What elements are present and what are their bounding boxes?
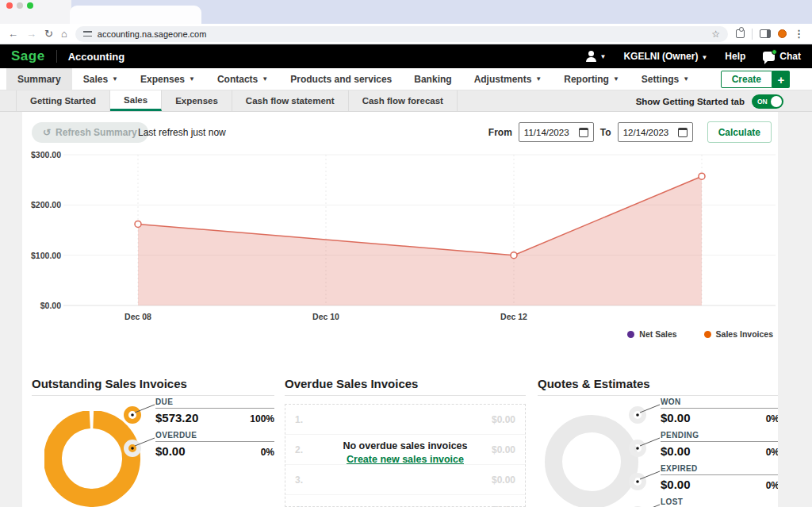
bookmark-star-icon[interactable]: ☆: [711, 29, 720, 40]
getting-started-toggle-label: Show Getting Started tab: [636, 97, 745, 106]
tab-cash-flow-statement[interactable]: Cash flow statement: [232, 90, 349, 111]
data-point-marker: [699, 173, 705, 179]
panel-divider: [32, 395, 274, 396]
ghost-invoice-row: 4.$0.00: [285, 495, 525, 507]
menu-kebab-icon[interactable]: ⋮: [794, 28, 804, 40]
tab-sales[interactable]: Sales: [110, 90, 162, 111]
create-sales-invoice-link[interactable]: Create new sales invoice: [347, 454, 464, 465]
browser-tab[interactable]: [70, 6, 201, 24]
url-text[interactable]: accounting.na.sageone.com: [98, 29, 706, 39]
won-amount: $0.00: [661, 411, 691, 424]
business-menu[interactable]: ▼: [586, 51, 606, 62]
create-plus-button[interactable]: +: [772, 71, 790, 88]
donut-ring: [553, 424, 630, 500]
online-badge: [772, 49, 777, 55]
legend-item-lost: LOST $0.00 0%: [661, 497, 778, 507]
due-percent: 100%: [250, 413, 274, 424]
tab-cash-flow-forecast[interactable]: Cash flow forecast: [349, 90, 458, 111]
minimize-window-icon[interactable]: [17, 2, 23, 9]
create-button[interactable]: Create: [721, 71, 772, 88]
y-tick-label: $200.00: [31, 200, 61, 209]
nav-banking[interactable]: Banking: [403, 68, 462, 90]
nav-adjustments[interactable]: Adjustments▼: [463, 68, 553, 90]
help-link[interactable]: Help: [725, 51, 745, 62]
data-point-marker: [511, 252, 517, 259]
overdue-percent: 0%: [261, 447, 274, 458]
address-bar[interactable]: accounting.na.sageone.com ☆: [75, 26, 728, 42]
toolbar-divider: [752, 29, 753, 40]
forward-icon[interactable]: →: [26, 29, 36, 39]
legend-dot-icon: [627, 331, 634, 338]
chat-button[interactable]: Chat: [763, 51, 801, 62]
legend-item-pending: PENDING $0.00 0%: [661, 431, 778, 458]
outstanding-donut-chart: [44, 411, 141, 507]
maximize-window-icon[interactable]: [27, 2, 33, 9]
nav-summary[interactable]: Summary: [6, 68, 72, 90]
nav-contacts[interactable]: Contacts▼: [206, 68, 279, 90]
chevron-down-icon: ▼: [262, 75, 268, 83]
back-icon[interactable]: ←: [8, 29, 18, 39]
legend-dot-icon: [704, 331, 711, 338]
legend-item: Sales Invoices: [704, 329, 773, 339]
tab-getting-started[interactable]: Getting Started: [16, 90, 110, 111]
extension-profile-icon[interactable]: [778, 29, 787, 38]
nav-settings[interactable]: Settings▼: [630, 68, 700, 90]
legend-item-expired: EXPIRED $0.00 0%: [661, 464, 778, 491]
x-tick-label: Dec 08: [124, 312, 151, 321]
chevron-down-icon: ▼: [599, 53, 606, 60]
y-tick-label: $100.00: [31, 251, 61, 260]
reload-icon[interactable]: ↻: [44, 29, 53, 39]
tab-expenses[interactable]: Expenses: [162, 90, 232, 111]
browser-titlebar: [0, 0, 812, 24]
no-overdue-text: No overdue sales invoices: [285, 440, 525, 451]
pending-amount: $0.00: [661, 444, 691, 458]
due-amount: $573.20: [155, 411, 198, 424]
ghost-invoice-row: 3.$0.00: [285, 465, 525, 495]
product-name: Accounting: [68, 51, 125, 63]
chart-legend: Net SalesSales Invoices: [627, 329, 773, 339]
home-icon[interactable]: ⌂: [61, 29, 67, 39]
expired-percent: 0%: [766, 480, 778, 491]
won-percent: 0%: [766, 413, 778, 424]
x-tick-label: Dec 10: [312, 312, 339, 321]
expired-amount: $0.00: [661, 478, 691, 491]
legend-item: Net Sales: [627, 329, 676, 339]
sales-area: [138, 176, 702, 305]
app-header: Sage Accounting ▼ KGELNI (Owner)▼ Help C…: [0, 44, 812, 68]
nav-reporting[interactable]: Reporting▼: [553, 68, 630, 90]
y-tick-label: $300.00: [31, 150, 61, 159]
pending-percent: 0%: [766, 447, 778, 458]
chevron-down-icon: ▼: [189, 75, 195, 83]
user-menu[interactable]: KGELNI (Owner)▼: [623, 51, 707, 62]
quotes-donut-chart: [545, 415, 638, 507]
nav-expenses[interactable]: Expenses▼: [129, 68, 206, 90]
x-tick-label: Dec 12: [500, 312, 527, 321]
y-tick-label: $0.00: [40, 301, 61, 310]
getting-started-toggle[interactable]: ON: [752, 94, 783, 109]
toggle-knob: [771, 96, 782, 107]
overdue-empty-list: 1.$0.00 2.$0.00 3.$0.00 4.$0.00 No overd…: [285, 404, 526, 507]
sidebar-toggle-icon[interactable]: [760, 29, 771, 38]
chevron-down-icon: ▼: [613, 75, 619, 83]
chevron-down-icon: ▼: [701, 54, 707, 61]
data-point-marker: [135, 221, 141, 227]
outstanding-legend: DUE $573.20 100% OVERDUE $0.00 0%: [155, 398, 274, 464]
extensions-icon[interactable]: [736, 29, 745, 38]
donut-ring: [52, 418, 132, 499]
ghost-invoice-row: 1.$0.00: [285, 405, 525, 435]
panel-divider: [538, 395, 778, 396]
browser-toolbar: ← → ↻ ⌂ accounting.na.sageone.com ☆ ⋮: [0, 24, 812, 44]
summary-subtabs: Getting Started Sales Expenses Cash flow…: [0, 90, 812, 112]
panel-divider: [285, 395, 526, 396]
quotes-legend: WON $0.00 0% PENDING $0.00 0%: [661, 398, 778, 507]
nav-products-services[interactable]: Products and services: [279, 68, 403, 90]
nav-sales[interactable]: Sales▼: [72, 68, 129, 90]
close-window-icon[interactable]: [6, 2, 13, 9]
summary-content: ↺ Refresh Summary Last refresh just now …: [22, 112, 778, 507]
quotes-panel-title: Quotes & Estimates: [538, 377, 650, 390]
site-info-icon[interactable]: [83, 30, 92, 37]
legend-item-due: DUE $573.20 100%: [155, 398, 274, 424]
sage-logo[interactable]: Sage: [11, 48, 45, 64]
header-divider: [56, 50, 57, 63]
chevron-down-icon: ▼: [535, 75, 542, 83]
